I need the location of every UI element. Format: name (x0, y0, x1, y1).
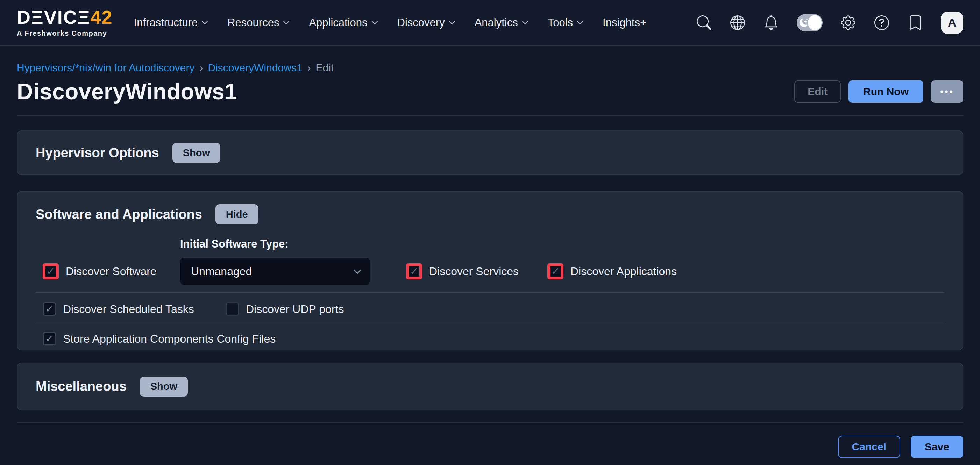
cancel-button[interactable]: Cancel (838, 436, 900, 458)
more-options-button[interactable]: ••• (931, 80, 963, 103)
nav-item-tools[interactable]: Tools (548, 16, 582, 29)
check-icon: ✓ (551, 266, 560, 276)
discover-applications-checkbox[interactable]: ✓ (547, 263, 563, 279)
run-now-button[interactable]: Run Now (848, 80, 923, 103)
software-row-secondary: ✓ Discover Scheduled Tasks Discover UDP … (36, 301, 944, 317)
chevron-down-icon (522, 18, 528, 24)
discover-udp-ports-checkbox[interactable] (226, 302, 239, 316)
discover-services-label: Discover Services (429, 265, 519, 278)
save-button[interactable]: Save (911, 436, 963, 458)
nav-item-applications[interactable]: Applications (309, 16, 377, 29)
breadcrumb: Hypervisors/*nix/win for Autodiscovery ›… (17, 62, 963, 74)
initial-software-type-select[interactable]: Unmanaged (180, 257, 370, 285)
nav-item-insights[interactable]: Insights+ (603, 16, 646, 29)
software-applications-hide-button[interactable]: Hide (215, 204, 258, 224)
miscellaneous-title: Miscellaneous (36, 379, 127, 394)
initial-software-type-label: Initial Software Type: (180, 238, 944, 250)
store-config-files-label: Store Application Components Config File… (63, 332, 275, 346)
check-icon: ✓ (46, 305, 54, 314)
discover-services-checkbox[interactable]: ✓ (406, 263, 422, 279)
miscellaneous-show-button[interactable]: Show (140, 376, 188, 397)
store-config-files-checkbox[interactable]: ✓ (43, 332, 56, 346)
title-row: DiscoveryWindows1 Edit Run Now ••• (17, 79, 963, 105)
theme-toggle[interactable] (797, 14, 822, 32)
software-applications-title: Software and Applications (36, 207, 202, 222)
discover-applications-label: Discover Applications (570, 265, 677, 278)
discover-applications-option: ✓ Discover Applications (547, 263, 677, 279)
breadcrumb-link-discoverywindows1[interactable]: DiscoveryWindows1 (208, 62, 302, 74)
miscellaneous-header: Miscellaneous Show (36, 376, 188, 397)
nav-item-discovery[interactable]: Discovery (397, 16, 454, 29)
logo-tagline: A Freshworks Company (17, 29, 113, 37)
card-divider (36, 292, 944, 293)
edit-button[interactable]: Edit (794, 80, 841, 103)
bell-icon[interactable] (763, 15, 779, 31)
discover-services-option: ✓ Discover Services (406, 263, 547, 279)
page-title: DiscoveryWindows1 (17, 79, 237, 105)
gear-icon[interactable] (840, 15, 856, 31)
bookmark-icon[interactable] (907, 15, 923, 31)
device42-logo[interactable]: DΞVICΞ42 A Freshworks Company (17, 8, 113, 37)
nav-item-infrastructure[interactable]: Infrastructure (134, 16, 207, 29)
hypervisor-options-show-button[interactable]: Show (172, 143, 220, 163)
top-navbar: DΞVICΞ42 A Freshworks Company Infrastruc… (0, 0, 980, 46)
breadcrumb-link-autodiscovery[interactable]: Hypervisors/*nix/win for Autodiscovery (17, 62, 195, 74)
software-row-main: ✓ Discover Software Unmanaged ✓ Discover… (36, 257, 944, 285)
chevron-down-icon (449, 18, 455, 24)
software-applications-card: Software and Applications Hide Initial S… (17, 191, 963, 350)
user-avatar[interactable]: A (941, 11, 963, 34)
card-divider (36, 324, 944, 324)
nav-item-analytics[interactable]: Analytics (475, 16, 527, 29)
chevron-down-icon (371, 18, 378, 24)
toggle-knob (808, 15, 822, 30)
footer-divider (17, 422, 963, 423)
hypervisor-options-card: Hypervisor Options Show (17, 130, 963, 175)
discover-scheduled-tasks-option: ✓ Discover Scheduled Tasks (43, 302, 226, 316)
store-config-files-option: ✓ Store Application Components Config Fi… (43, 332, 275, 346)
logo-wordmark: DΞVICΞ42 (17, 8, 113, 27)
check-icon: ✓ (46, 334, 54, 344)
footer-actions: Cancel Save (17, 436, 963, 458)
check-icon: ✓ (410, 266, 418, 276)
page-actions: Edit Run Now ••• (794, 80, 963, 103)
globe-icon[interactable] (730, 15, 746, 31)
chevron-down-icon (283, 18, 290, 24)
discover-udp-ports-option: Discover UDP ports (226, 302, 344, 316)
selected-software-type: Unmanaged (191, 265, 252, 278)
breadcrumb-separator: › (307, 62, 311, 74)
chevron-down-icon (202, 18, 208, 24)
help-icon[interactable] (874, 15, 890, 31)
discover-software-option: ✓ Discover Software (43, 263, 180, 279)
nav-item-resources[interactable]: Resources (228, 16, 288, 29)
chevron-down-icon (353, 267, 362, 275)
search-icon[interactable] (696, 15, 712, 31)
page-content: Hypervisors/*nix/win for Autodiscovery ›… (0, 62, 980, 458)
title-divider (17, 115, 963, 116)
discover-software-checkbox[interactable]: ✓ (43, 263, 59, 279)
moon-stars-icon (800, 19, 808, 27)
header-icon-group: A (696, 11, 963, 34)
discover-udp-ports-label: Discover UDP ports (246, 303, 344, 316)
logo-accent-42: 42 (91, 6, 113, 28)
hypervisor-options-title: Hypervisor Options (36, 146, 159, 160)
software-row-config: ✓ Store Application Components Config Fi… (36, 331, 944, 347)
discover-scheduled-tasks-checkbox[interactable]: ✓ (43, 302, 56, 316)
breadcrumb-separator: › (200, 62, 203, 74)
breadcrumb-current: Edit (316, 62, 334, 74)
miscellaneous-card: Miscellaneous Show (17, 363, 963, 411)
discover-software-label: Discover Software (66, 265, 157, 278)
software-applications-header: Software and Applications Hide (36, 192, 944, 224)
hypervisor-options-header: Hypervisor Options Show (36, 143, 220, 163)
check-icon: ✓ (46, 266, 55, 276)
chevron-down-icon (577, 18, 583, 24)
main-nav: Infrastructure Resources Applications Di… (134, 16, 646, 29)
discover-scheduled-tasks-label: Discover Scheduled Tasks (63, 303, 194, 316)
